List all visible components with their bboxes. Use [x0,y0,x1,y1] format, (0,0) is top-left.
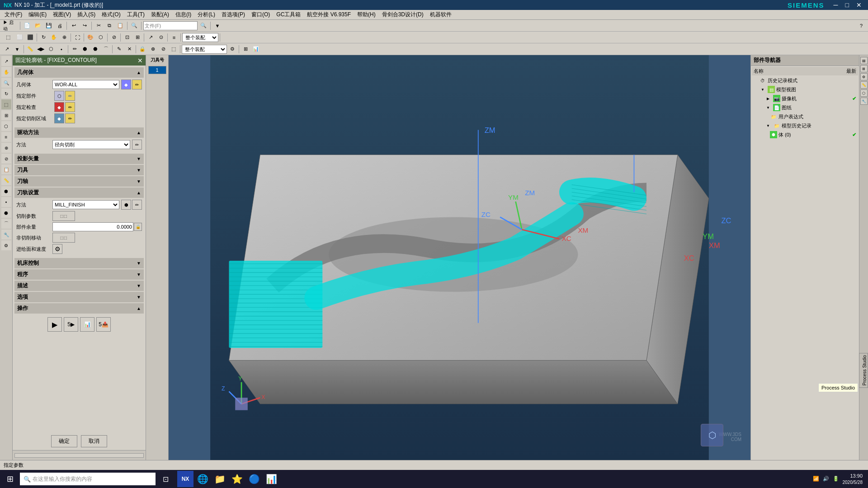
tb3-measure[interactable]: 📏 [25,44,35,54]
rail-icon2[interactable]: ⊞ [1,110,11,120]
menu-assembly[interactable]: 装配(A) [148,10,172,19]
specify-check-btn2[interactable]: ✏ [65,102,75,112]
specify-part-btn2[interactable]: ✏ [65,91,75,101]
command-search[interactable] [143,21,198,30]
section-program[interactable]: 程序 ▼ [14,269,144,280]
section-geometry[interactable]: 几何体 ▲ [14,67,144,78]
tb2-view2[interactable]: ⬜ [15,33,25,42]
tb-extra1[interactable]: ▼ [212,21,222,31]
nav-item-body[interactable]: ⬢ 体 (0) ✔ [752,130,858,139]
tb2-pan[interactable]: ✋ [49,33,59,42]
taskbar-app-chrome[interactable]: 🌐 [194,471,211,487]
rail-icon11[interactable]: ⬣ [1,208,11,218]
menu-help[interactable]: 帮助(H) [354,10,378,19]
action-generate-btn[interactable]: ▶ [47,317,62,332]
tb3-select-filter[interactable]: ▼ [12,44,22,54]
menu-format[interactable]: 格式(O) [99,10,123,19]
menu-window[interactable]: 窗口(O) [249,10,273,19]
tb-save[interactable]: 💾 [44,21,54,31]
tb2-zoom2[interactable]: ⊕ [59,33,69,42]
rail-icon14[interactable]: ⚙ [1,240,11,250]
tb3-sketch[interactable]: ✏ [70,44,80,54]
menu-3d[interactable]: 骨剑合3D设计(D) [379,10,426,19]
tb2-view3[interactable]: ⬛ [25,33,35,42]
specify-part-btn1[interactable]: ⬡ [54,91,64,101]
menu-machine[interactable]: 机器软件 [427,10,454,19]
tb-new[interactable]: 📄 [22,21,32,31]
section-description[interactable]: 描述 ▼ [14,281,144,291]
tb2-layer[interactable]: ≡ [169,33,179,42]
section-machine[interactable]: 机床控制 ▼ [14,258,144,268]
edge-tab-2[interactable]: ⊞ [860,65,868,72]
rail-icon4[interactable]: ≡ [1,132,11,142]
action-simulate-btn[interactable]: 📊 [80,317,94,332]
menu-view[interactable]: 视图(V) [50,10,74,19]
tb3-plane[interactable]: ⬡ [46,44,56,54]
lock-icon[interactable]: 🔒 [134,223,142,231]
rail-rotate[interactable]: ↻ [1,89,11,99]
rail-move[interactable]: ✋ [1,67,11,77]
nav-item-camera[interactable]: ▶ 📷 摄像机 ✔ [752,94,858,103]
taskbar-search[interactable]: 🔍 在这里输入你搜索的内容 [20,473,156,485]
maximize-btn[interactable]: □ [843,1,852,9]
rail-icon1[interactable]: ⬚ [1,99,11,109]
tb3-constraint[interactable]: 🔒 [137,44,147,54]
section-tool-axis[interactable]: 刀轴 ▼ [14,176,144,187]
menu-analysis[interactable]: 分析(L) [195,10,218,19]
drive-method-select[interactable]: 径向切削 [52,140,130,149]
tb2-view1[interactable]: ⬚ [2,33,14,42]
menu-info[interactable]: 信息(I) [173,10,194,19]
tb2-grid[interactable]: ⊞ [132,33,142,42]
nav-item-model-history[interactable]: ▼ 📁 模型历史记录 [752,121,858,130]
process-studio-tab[interactable]: Process Studio [859,353,868,388]
rail-zoom[interactable]: 🔍 [1,78,11,88]
taskbar-app-blue[interactable]: 🔵 [246,471,262,487]
tb3-dimension[interactable]: ◀▶ [36,44,46,54]
nav-cube[interactable]: ⬡ [701,424,723,446]
tb2-select2[interactable]: ⊙ [156,33,166,42]
tb2-wire[interactable]: ⬡ [96,33,106,42]
tb2-render[interactable]: 🎨 [85,33,95,42]
action-verify-btn[interactable]: 5▶ [64,317,78,332]
tb3-curve[interactable]: ⌒ [101,44,111,54]
section-options[interactable]: 选项 ▼ [14,292,144,302]
rail-icon13[interactable]: 🔧 [1,230,11,239]
taskbar-app-folder[interactable]: 📁 [212,471,228,487]
tb-help[interactable]: ? [856,21,866,31]
windows-start-btn[interactable]: ⊞ [2,471,18,487]
section-projection[interactable]: 投影矢量 ▼ [14,154,144,164]
tb2-section[interactable]: ⊘ [109,33,119,42]
rail-select[interactable]: ↗ [1,56,11,66]
tb3-feature[interactable]: ⬢ [80,44,90,54]
taskbar-app-nx[interactable]: NX [177,471,193,487]
start-btn[interactable]: ▶ 启动 [2,21,18,31]
rail-icon9[interactable]: ⬢ [1,186,11,196]
menu-insert[interactable]: 插入(S) [75,10,98,19]
menu-tools[interactable]: 工具(T) [124,10,147,19]
dialog-close-icon[interactable]: ✕ [137,57,143,64]
specify-cut-btn2[interactable]: ✏ [65,113,75,123]
edge-tab-1[interactable]: ▤ [860,57,868,64]
taskview-btn[interactable]: ⊡ [157,471,174,487]
feed-speed-btn[interactable]: ⚙ [52,244,62,254]
part-stock-input[interactable] [52,222,133,231]
section-actions[interactable]: 操作 ▲ [14,303,144,314]
tb2-select[interactable]: ↗ [146,33,156,42]
geometry-body-btn1[interactable]: ◆ [121,80,131,89]
tb-paste[interactable]: 📋 [115,21,125,31]
menu-file[interactable]: 文件(F) [2,10,25,19]
menu-aviation[interactable]: 航空外接 V6.935F [304,10,354,19]
edge-tab-5[interactable]: ⬡ [860,89,868,97]
toolpath-method-btn2[interactable]: ✏ [132,200,142,210]
taskbar-app-green[interactable]: 📊 [263,471,279,487]
search-icon[interactable]: 🔍 [198,21,208,31]
rail-icon8[interactable]: 📏 [1,175,11,185]
section-toolpath[interactable]: 刀轨设置 ▲ [14,188,144,198]
tb-redo[interactable]: ↪ [80,21,90,31]
layer-dropdown[interactable]: 整个装配 [182,45,227,54]
ok-button[interactable]: 确定 [51,435,77,447]
taskbar-app-yellow[interactable]: ⭐ [229,471,245,487]
tb2-snap[interactable]: ⊡ [122,33,132,42]
nav-item-expression[interactable]: 📁 用户表达式 [752,112,858,121]
tb3-select[interactable]: ↗ [2,44,12,54]
